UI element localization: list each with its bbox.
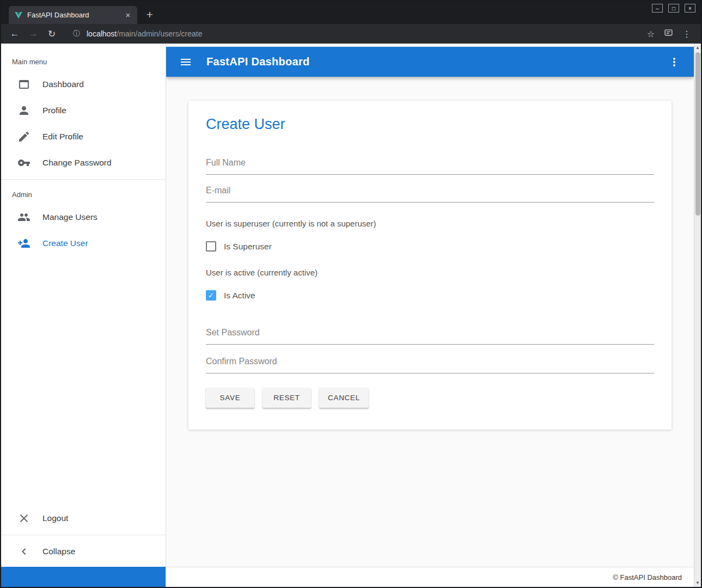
save-button[interactable]: SAVE [206,388,254,408]
back-icon[interactable]: ← [8,28,22,39]
vuetify-logo-icon [14,11,23,20]
copyright-text: © FastAPI Dashboard [613,573,682,581]
appbar-title: FastAPI Dashboard [206,56,310,68]
full-name-field-wrap [206,155,654,175]
window-close-button[interactable]: × [685,4,695,13]
scrollbar-up-icon[interactable]: ▲ [694,44,701,52]
person-add-icon [17,237,30,250]
appbar-overflow-icon[interactable] [668,56,681,69]
sidebar-nav: Main menu Dashboard Profile [1,44,166,565]
form-actions: SAVE RESET CANCEL [206,388,654,408]
superuser-hint: User is superuser (currently is not a su… [206,219,654,228]
set-password-input[interactable] [206,324,654,345]
browser-tab[interactable]: FastAPI Dashboard × [9,6,137,24]
key-icon [17,156,30,169]
confirm-password-field-wrap [206,353,654,373]
scrollbar-thumb[interactable] [695,52,700,216]
superuser-checkbox-label: Is Superuser [224,242,272,252]
app-bar: FastAPI Dashboard [166,47,694,77]
sidebar-item-label: Edit Profile [42,132,83,142]
reset-button[interactable]: RESET [263,388,311,408]
active-checkbox-label: Is Active [224,291,255,301]
dashboard-icon [17,78,30,91]
browser-toolbar: ← → ↻ ⓘ localhost /main/admin/users/crea… [1,24,701,44]
sidebar-section-main-menu: Main menu [1,50,166,71]
create-user-card: Create User User is superuser (currently… [188,101,672,430]
footer-accent-block [1,567,166,587]
browser-extension-icon[interactable] [664,28,673,40]
email-input[interactable] [206,182,654,203]
window-controls: – □ × [652,4,695,13]
sidebar-item-logout[interactable]: Logout [1,505,166,531]
bookmark-star-icon[interactable]: ☆ [647,29,655,39]
hamburger-menu-icon[interactable] [179,56,192,69]
main-content: Create User User is superuser (currently… [166,77,694,567]
group-icon [17,211,30,224]
page-footer: © FastAPI Dashboard [166,567,694,587]
browser-tab-strip: FastAPI Dashboard × + – □ × [1,1,701,24]
url-path: /main/admin/users/create [117,29,202,38]
cancel-button[interactable]: CANCEL [319,388,369,408]
tab-title: FastAPI Dashboard [27,11,119,19]
sidebar-item-label: Profile [42,106,66,115]
sidebar-item-change-password[interactable]: Change Password [1,150,166,176]
sidebar-item-collapse[interactable]: Collapse [1,538,166,565]
pencil-icon [17,130,30,143]
page-scrollbar[interactable]: ▲ ▼ [694,44,701,587]
close-icon [17,512,30,525]
page: Main menu Dashboard Profile [1,44,701,587]
sidebar-item-edit-profile[interactable]: Edit Profile [1,124,166,150]
chevron-left-icon [17,545,30,558]
active-checkbox-row[interactable]: ✓ Is Active [206,290,654,301]
sidebar-divider [1,535,166,535]
toolbar-right-cluster: ☆ ⋮ [647,28,691,40]
active-hint: User is active (currently active) [206,268,654,277]
browser-window: FastAPI Dashboard × + – □ × ← → ↻ ⓘ loca… [0,0,702,588]
scrollbar-down-icon[interactable]: ▼ [694,579,701,587]
active-checkbox[interactable]: ✓ [206,290,216,301]
superuser-checkbox-row[interactable]: Is Superuser [206,241,654,252]
superuser-checkbox[interactable] [206,241,216,252]
window-maximize-button[interactable]: □ [668,4,679,13]
forward-icon[interactable]: → [26,28,40,39]
password-field-wrap [206,324,654,345]
sidebar-item-label: Logout [42,513,68,523]
sidebar-item-label: Create User [42,238,88,248]
sidebar-item-label: Collapse [42,547,75,556]
sidebar-divider [1,179,166,180]
sidebar-spacer [1,256,166,505]
person-icon [17,104,30,117]
tab-close-icon[interactable]: × [123,10,133,20]
sidebar-item-create-user[interactable]: Create User [1,230,166,256]
confirm-password-input[interactable] [206,353,654,373]
sidebar-item-profile[interactable]: Profile [1,97,166,124]
sidebar-item-dashboard[interactable]: Dashboard [1,71,166,97]
window-minimize-button[interactable]: – [652,4,663,13]
sidebar-item-label: Manage Users [42,212,97,222]
sidebar-item-label: Dashboard [42,79,84,89]
address-bar[interactable]: ⓘ localhost /main/admin/users/create [73,29,640,39]
sidebar-item-manage-users[interactable]: Manage Users [1,204,166,230]
full-name-input[interactable] [206,155,654,175]
main-column: FastAPI Dashboard Create User User is su… [166,44,694,587]
sidebar: Main menu Dashboard Profile [1,44,166,587]
page-info-icon[interactable]: ⓘ [73,29,80,39]
new-tab-button[interactable]: + [142,7,158,23]
browser-menu-icon[interactable]: ⋮ [682,29,691,39]
sidebar-item-label: Change Password [42,158,112,168]
sidebar-section-admin: Admin [1,183,166,204]
reload-icon[interactable]: ↻ [45,28,59,40]
email-field-wrap [206,182,654,203]
url-host: localhost [87,29,117,38]
page-title: Create User [206,116,654,133]
